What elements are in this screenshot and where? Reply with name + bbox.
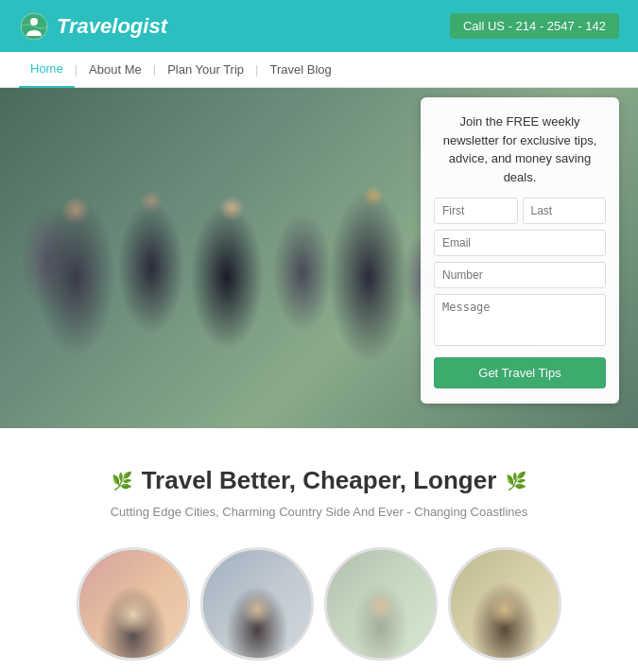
leaf-left-icon: 🌿	[112, 471, 132, 491]
signup-title: Join the FREE weekly newsletter for excl…	[434, 112, 606, 186]
feature-image-1	[79, 550, 187, 658]
number-input[interactable]	[434, 262, 606, 288]
logo-icon	[19, 11, 49, 42]
signup-panel: Join the FREE weekly newsletter for excl…	[421, 97, 619, 404]
feature-things-to-do: Things To Do Get to know the coolest stu…	[199, 547, 314, 672]
nav-item-plan[interactable]: Plan Your Trip	[156, 52, 255, 88]
travel-title-text: Travel Better, Cheaper, Longer	[142, 466, 497, 495]
feature-save-money: Save Money From booking flights to fine …	[76, 547, 190, 672]
nav-item-home[interactable]: Home	[19, 52, 75, 88]
navigation: Home | About Me | Plan Your Trip | Trave…	[0, 52, 638, 88]
first-name-input[interactable]	[434, 198, 518, 224]
hero-section: Join the FREE weekly newsletter for excl…	[0, 88, 638, 428]
leaf-right-icon: 🌿	[506, 471, 526, 491]
header: Travelogist Call US - 214 - 2547 - 142	[0, 0, 638, 52]
signup-name-row	[434, 198, 606, 230]
feature-circle-2	[200, 547, 314, 661]
feature-circle-3	[324, 547, 438, 661]
travel-subtitle: Cutting Edge Cities, Charming Country Si…	[57, 505, 581, 519]
get-tips-button[interactable]: Get Travel Tips	[434, 357, 606, 388]
last-name-input[interactable]	[523, 198, 607, 224]
feature-image-2	[203, 550, 311, 658]
nav-item-blog[interactable]: Travel Blog	[258, 52, 342, 88]
logo-text: Travelogist	[57, 14, 167, 39]
travel-section: 🌿 Travel Better, Cheaper, Longer 🌿 Cutti…	[0, 428, 638, 672]
message-input[interactable]	[434, 294, 606, 346]
feature-image-3	[327, 550, 435, 658]
feature-explore-more: Explore More Effectively managed the ove…	[324, 547, 439, 672]
feature-circle-4	[448, 547, 561, 661]
features-row: Save Money From booking flights to fine …	[57, 547, 581, 672]
svg-point-1	[30, 18, 38, 26]
feature-image-4	[451, 550, 559, 658]
email-input[interactable]	[434, 230, 606, 256]
nav-item-about[interactable]: About Me	[78, 52, 153, 88]
logo-area: Travelogist	[19, 11, 167, 42]
feature-circle-1	[77, 547, 190, 661]
travel-title: 🌿 Travel Better, Cheaper, Longer 🌿	[57, 466, 581, 495]
call-button[interactable]: Call US - 214 - 2547 - 142	[450, 13, 619, 39]
feature-great-experience: Great Experience Great experiences at lo…	[448, 547, 562, 672]
